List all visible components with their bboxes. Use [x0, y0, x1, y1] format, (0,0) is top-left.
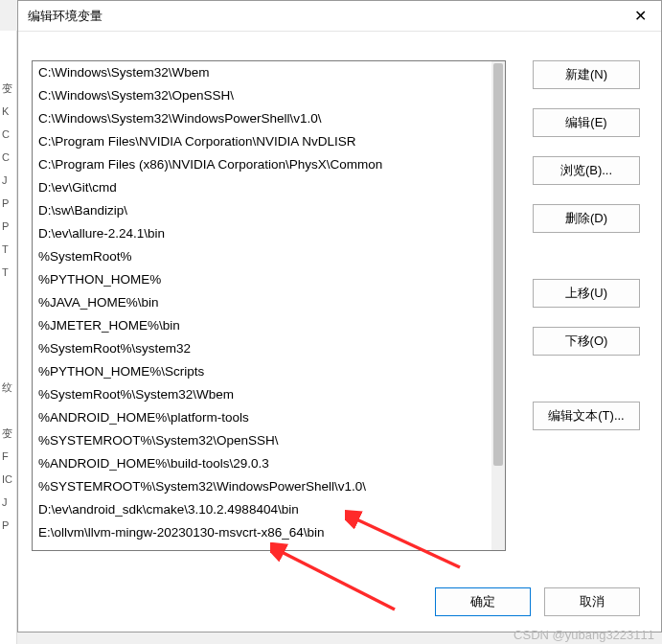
close-icon[interactable]: ✕	[628, 5, 651, 28]
list-item[interactable]: %PYTHON_HOME%\Scripts	[33, 360, 491, 383]
list-item[interactable]: C:\Windows\System32\OpenSSH\	[33, 84, 491, 107]
path-list-container: C:\Windows\System32\Wbem C:\Windows\Syst…	[32, 60, 506, 551]
move-down-button[interactable]: 下移(O)	[533, 327, 640, 356]
delete-button[interactable]: 删除(D)	[533, 204, 640, 233]
list-item[interactable]: %SYSTEMROOT%\System32\WindowsPowerShell\…	[33, 475, 491, 498]
list-item[interactable]: C:\Windows\System32\WindowsPowerShell\v1…	[33, 107, 491, 130]
list-item[interactable]: D:\sw\Bandizip\	[33, 199, 491, 222]
dialog-footer: 确定 取消	[18, 574, 661, 632]
new-button[interactable]: 新建(N)	[533, 60, 640, 89]
list-item[interactable]: %PYTHON_HOME%	[33, 268, 491, 291]
side-buttons: 新建(N) 编辑(E) 浏览(B)... 删除(D) 上移(U) 下移(O) 编…	[533, 60, 640, 574]
ok-button[interactable]: 确定	[435, 587, 531, 616]
dialog-body: C:\Windows\System32\Wbem C:\Windows\Syst…	[18, 32, 661, 574]
list-item[interactable]: %SystemRoot%\System32\Wbem	[33, 383, 491, 406]
list-item[interactable]: %SystemRoot%\system32	[33, 337, 491, 360]
scrollbar[interactable]	[491, 61, 505, 550]
edit-text-button[interactable]: 编辑文本(T)...	[533, 402, 640, 430]
titlebar: 编辑环境变量 ✕	[18, 1, 661, 32]
move-up-button[interactable]: 上移(U)	[533, 279, 640, 308]
list-item[interactable]: %ANDROID_HOME%\build-tools\29.0.3	[33, 452, 491, 475]
scrollbar-thumb[interactable]	[493, 63, 503, 466]
list-item[interactable]: E:\ollvm\llvm-mingw-20230130-msvcrt-x86_…	[33, 521, 491, 544]
edit-button[interactable]: 编辑(E)	[533, 108, 640, 137]
list-item[interactable]: %JAVA_HOME%\bin	[33, 291, 491, 314]
list-item[interactable]: C:\Windows\System32\Wbem	[33, 61, 491, 84]
edit-env-var-dialog: 编辑环境变量 ✕ C:\Windows\System32\Wbem C:\Win…	[17, 0, 662, 632]
list-item[interactable]: D:\ev\allure-2.24.1\bin	[33, 222, 491, 245]
list-item[interactable]: D:\ev\android_sdk\cmake\3.10.2.4988404\b…	[33, 498, 491, 521]
list-item[interactable]: %SYSTEMROOT%\System32\OpenSSH\	[33, 429, 491, 452]
background-window-strip: 变K CC JP PT T 纹 变 FIC JP	[0, 31, 17, 644]
dialog-title: 编辑环境变量	[28, 8, 628, 25]
list-item[interactable]: %JMETER_HOME%\bin	[33, 314, 491, 337]
browse-button[interactable]: 浏览(B)...	[533, 156, 640, 185]
list-item[interactable]: %SystemRoot%	[33, 245, 491, 268]
list-item[interactable]: C:\Program Files (x86)\NVIDIA Corporatio…	[33, 153, 491, 176]
list-item[interactable]: C:\Program Files\NVIDIA Corporation\NVID…	[33, 130, 491, 153]
path-list[interactable]: C:\Windows\System32\Wbem C:\Windows\Syst…	[33, 61, 491, 550]
list-item[interactable]: D:\ev\Git\cmd	[33, 176, 491, 199]
list-item[interactable]: %ANDROID_HOME%\platform-tools	[33, 406, 491, 429]
cancel-button[interactable]: 取消	[544, 587, 640, 616]
